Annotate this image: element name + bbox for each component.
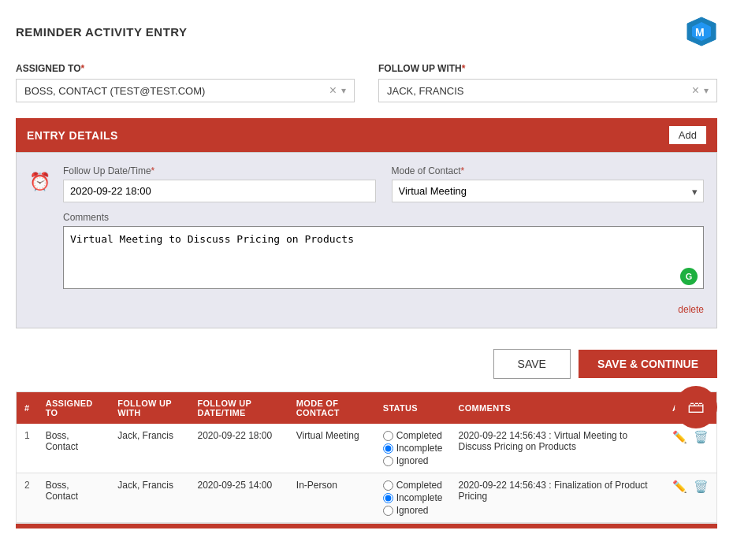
floating-action-button[interactable]: 🗃 (675, 386, 717, 428)
delete-link[interactable]: delete (29, 304, 704, 315)
page-title: REMINDER ACTIVITY ENTRY (16, 25, 188, 39)
follow-up-date-label: Follow Up Date/Time* (63, 165, 376, 176)
cell-status: Completed Incomplete Ignored (375, 424, 451, 473)
cell-status: Completed Incomplete Ignored (375, 473, 451, 523)
follow-up-with-label: FOLLOW UP WITH* (378, 63, 717, 74)
data-table-section: # ASSIGNED TO FOLLOW UP WITH FOLLOW UP D… (16, 391, 717, 524)
col-assigned-to: ASSIGNED TO (38, 392, 110, 424)
status-radio-ignored[interactable]: Ignored (383, 455, 443, 466)
save-continue-button[interactable]: SAVE & CONTINUE (579, 350, 717, 378)
col-comments: COMMENTS (450, 392, 664, 424)
follow-up-date-field: Follow Up Date/Time* (63, 165, 376, 202)
assigned-to-group: ASSIGNED TO* BOSS, CONTACT (TEST@TEST.CO… (16, 63, 355, 102)
section-header: ENTRY DETAILS Add (16, 118, 717, 152)
logo-icon: M (686, 16, 717, 47)
edit-icon[interactable]: ✏️ (672, 430, 687, 444)
cell-action: ✏️ 🗑️ (664, 473, 716, 523)
cell-follow-up-with: Jack, Francis (110, 424, 189, 473)
svg-text:M: M (695, 26, 705, 39)
cell-action: ✏️ 🗑️ (664, 424, 716, 473)
follow-up-with-select[interactable]: JACK, FRANCIS × ▾ (378, 79, 717, 102)
add-button[interactable]: Add (669, 126, 706, 144)
entry-card: ⏰ Follow Up Date/Time* Mode of Contact* (16, 152, 717, 328)
assigned-to-value: BOSS, CONTACT (TEST@TEST.COM) (24, 85, 329, 97)
assigned-to-label: ASSIGNED TO* (16, 63, 355, 74)
follow-up-date-input[interactable] (63, 180, 376, 202)
mode-of-contact-select[interactable]: Virtual Meeting In-Person Phone Email (392, 180, 705, 202)
col-status: STATUS (375, 392, 451, 424)
cell-comments: 2020-09-22 14:56:43 : Finalization of Pr… (450, 473, 664, 523)
mode-of-contact-field: Mode of Contact* Virtual Meeting In-Pers… (392, 165, 705, 202)
status-radio-completed[interactable]: Completed (383, 430, 443, 441)
comments-label: Comments (63, 212, 704, 223)
cell-num: 1 (17, 424, 38, 473)
delete-row-icon[interactable]: 🗑️ (694, 480, 709, 494)
col-follow-up-date: FOLLOW UP DATE/TIME (189, 392, 288, 424)
table-row: 2 Boss, Contact Jack, Francis 2020-09-25… (17, 473, 716, 523)
comments-field: Comments Virtual Meeting to Discuss Pric… (63, 212, 704, 291)
contacts-icon: 🗃 (687, 397, 705, 417)
cell-follow-up-with: Jack, Francis (110, 473, 189, 523)
status-radio-incomplete[interactable]: Incomplete (383, 443, 443, 454)
col-num: # (17, 392, 38, 424)
cell-assigned-to: Boss, Contact (38, 424, 110, 473)
status-radio-ignored[interactable]: Ignored (383, 505, 443, 516)
follow-up-with-clear-icon[interactable]: × (692, 84, 699, 97)
table-row: 1 Boss, Contact Jack, Francis 2020-09-22… (17, 424, 716, 473)
bottom-bar (16, 524, 717, 528)
cell-follow-up-date: 2020-09-22 18:00 (189, 424, 288, 473)
status-radio-incomplete[interactable]: Incomplete (383, 492, 443, 503)
assigned-to-dropdown-icon[interactable]: ▾ (341, 85, 346, 96)
assigned-to-select[interactable]: BOSS, CONTACT (TEST@TEST.COM) × ▾ (16, 79, 355, 102)
assigned-to-clear-icon[interactable]: × (329, 84, 337, 97)
cell-follow-up-date: 2020-09-25 14:00 (189, 473, 288, 523)
edit-icon[interactable]: ✏️ (672, 480, 687, 494)
grammarly-icon: G (680, 268, 698, 285)
col-follow-up-with: FOLLOW UP WITH (110, 392, 189, 424)
follow-up-with-value: JACK, FRANCIS (387, 85, 692, 97)
mode-of-contact-label: Mode of Contact* (392, 165, 705, 176)
cell-comments: 2020-09-22 14:56:43 : Virtual Meeting to… (450, 424, 664, 473)
table-header-row: # ASSIGNED TO FOLLOW UP WITH FOLLOW UP D… (17, 392, 716, 424)
cell-num: 2 (17, 473, 38, 523)
data-table: # ASSIGNED TO FOLLOW UP WITH FOLLOW UP D… (17, 392, 716, 523)
col-mode: MODE OF CONTACT (288, 392, 375, 424)
status-radio-completed[interactable]: Completed (383, 480, 443, 491)
clock-icon: ⏰ (29, 172, 50, 301)
follow-up-with-dropdown-icon[interactable]: ▾ (704, 85, 709, 96)
cell-assigned-to: Boss, Contact (38, 473, 110, 523)
action-bar: SAVE SAVE & CONTINUE (16, 336, 717, 391)
entry-details-section: ENTRY DETAILS Add ⏰ Follow Up Date/Time* (16, 118, 717, 328)
save-button[interactable]: SAVE (493, 349, 571, 379)
cell-mode: In-Person (288, 473, 375, 523)
section-title: ENTRY DETAILS (27, 129, 118, 142)
delete-row-icon[interactable]: 🗑️ (694, 430, 709, 444)
follow-up-with-group: FOLLOW UP WITH* JACK, FRANCIS × ▾ (378, 63, 717, 102)
cell-mode: Virtual Meeting (288, 424, 375, 473)
comments-textarea[interactable]: Virtual Meeting to Discuss Pricing on Pr… (63, 226, 704, 289)
